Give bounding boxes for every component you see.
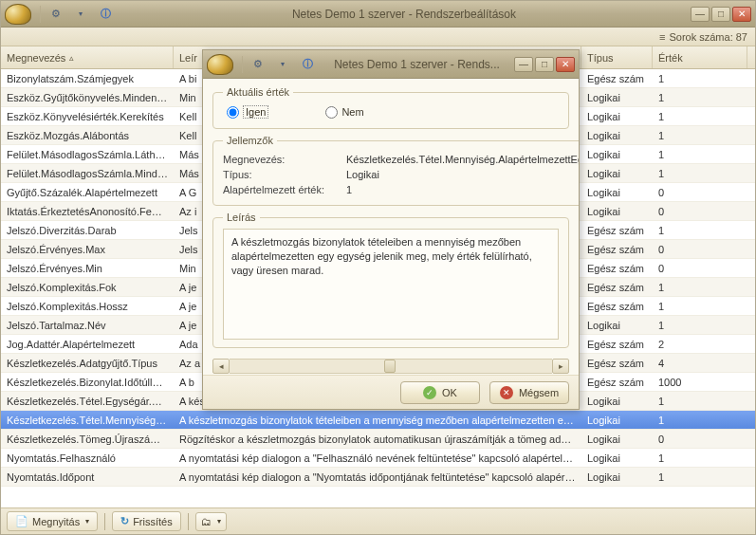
- table-row[interactable]: Készletkezelés.Tétel.Mennyiség.…A készle…: [1, 411, 755, 430]
- ok-button[interactable]: ✓ OK: [400, 381, 480, 404]
- cell-value: 1: [653, 413, 747, 428]
- radio-no-input[interactable]: [325, 106, 338, 119]
- dialog-titlebar: ▾ Netes Demo 1 szerver - Rends... — □ ✕: [203, 50, 579, 79]
- close-button[interactable]: ✕: [732, 7, 751, 22]
- dialog-button-bar: ✓ OK ✕ Mégsem: [203, 375, 579, 409]
- cell-type: Egész szám: [581, 71, 653, 86]
- info-icon[interactable]: [97, 6, 114, 23]
- scroll-track[interactable]: [230, 359, 552, 374]
- cell-type: Logikai: [581, 470, 653, 485]
- cell-value: 4: [653, 356, 747, 371]
- cell-type: Logikai: [581, 128, 653, 143]
- info-icon[interactable]: [299, 56, 316, 73]
- cell-value: 1: [653, 394, 747, 409]
- cell-type: Egész szám: [581, 280, 653, 295]
- refresh-button[interactable]: Frissítés: [112, 511, 181, 531]
- cell-name: Jelszó.Diverzitás.Darab: [1, 223, 174, 238]
- cell-type: Egész szám: [581, 261, 653, 276]
- prop-type-value: Logikai: [346, 169, 579, 180]
- app-logo-icon: [5, 4, 31, 25]
- cell-name: Felület.MásodlagosSzámla.Mindké…: [1, 166, 174, 181]
- document-icon: [15, 515, 28, 527]
- cell-type: Egész szám: [581, 356, 653, 371]
- cell-type: Logikai: [581, 204, 653, 219]
- close-button[interactable]: ✕: [556, 57, 575, 72]
- cell-name: Készletkezelés.Bizonylat.Időtúllépés: [1, 375, 174, 390]
- description-legend: Leírás: [223, 212, 260, 223]
- col-header-value[interactable]: Érték: [653, 46, 747, 68]
- tools-button[interactable]: ▾: [195, 512, 227, 531]
- cell-desc: A nyomtatási kép dialogon a "Felhasználó…: [174, 451, 581, 466]
- prop-name-label: Megnevezés:: [223, 154, 346, 165]
- gear-icon[interactable]: [249, 56, 267, 73]
- row-count-label: Sorok száma: 87: [669, 31, 747, 43]
- scroll-right-button[interactable]: ▸: [552, 359, 569, 374]
- prop-default-label: Alapértelmezett érték:: [223, 184, 346, 195]
- table-row[interactable]: Nyomtatás.IdőpontA nyomtatási kép dialog…: [1, 468, 755, 487]
- cell-name: Készletkezelés.Tömeg.Újraszámítás: [1, 432, 174, 447]
- properties-fieldset: Jellemzők Megnevezés: Készletkezelés.Tét…: [212, 135, 579, 206]
- cell-value: 1: [653, 71, 747, 86]
- cell-value: 1000: [653, 375, 747, 390]
- cell-value: 2: [653, 337, 747, 352]
- cell-type: Egész szám: [581, 337, 653, 352]
- cell-name: Készletkezelés.Tétel.Mennyiség.…: [1, 413, 174, 428]
- minimize-button[interactable]: —: [514, 57, 533, 72]
- cell-type: Logikai: [581, 185, 653, 200]
- col-header-type[interactable]: Típus: [581, 46, 653, 68]
- cell-name: Jog.Adattér.Alapértelmezett: [1, 337, 174, 352]
- chevron-down-icon: ▾: [85, 517, 89, 526]
- chevron-down-icon: ▾: [217, 517, 221, 526]
- radio-no[interactable]: Nem: [325, 105, 363, 119]
- cell-value: 1: [653, 280, 747, 295]
- dialog-content: Aktuális érték Igen Nem Jellemzők Megnev…: [203, 79, 579, 375]
- radio-yes-input[interactable]: [227, 106, 239, 119]
- radio-yes[interactable]: Igen: [227, 105, 268, 119]
- window-controls: — □ ✕: [514, 57, 575, 72]
- cell-name: Készletkezelés.Tétel.Egységár.Fel…: [1, 394, 174, 409]
- current-value-legend: Aktuális érték: [223, 86, 293, 98]
- cancel-button[interactable]: ✕ Mégsem: [489, 381, 569, 404]
- cell-value: 0: [653, 242, 747, 257]
- scroll-thumb[interactable]: [384, 360, 396, 373]
- cell-name: Iktatás.ÉrkeztetésAnonosító.Fe…: [1, 204, 174, 219]
- cell-name: Gyűjtő.Százalék.Alapértelmezett: [1, 185, 174, 200]
- cell-value: 1: [653, 109, 747, 124]
- cell-value: 0: [653, 185, 747, 200]
- cell-type: Logikai: [581, 109, 653, 124]
- dropdown-icon[interactable]: ▾: [274, 56, 291, 73]
- cell-value: 1: [653, 318, 747, 333]
- sort-asc-icon: ▵: [69, 53, 74, 63]
- cell-value: 1: [653, 147, 747, 162]
- description-text: A készletmozgás bizonylatok tételeiben a…: [223, 229, 559, 340]
- cell-type: Egész szám: [581, 242, 653, 257]
- cell-name: Jelszó.Komplexitás.Fok: [1, 280, 174, 295]
- table-row[interactable]: Készletkezelés.Tömeg.ÚjraszámításRögzíté…: [1, 430, 755, 449]
- table-row[interactable]: Nyomtatás.FelhasználóA nyomtatási kép di…: [1, 449, 755, 468]
- detail-dialog: ▾ Netes Demo 1 szerver - Rends... — □ ✕ …: [202, 49, 580, 410]
- prop-name-value: Készletkezelés.Tétel.Mennyiség.Alapértel…: [346, 154, 579, 165]
- refresh-icon: [120, 515, 129, 527]
- cancel-icon: ✕: [500, 386, 513, 399]
- maximize-button[interactable]: □: [711, 7, 730, 22]
- description-fieldset: Leírás A készletmozgás bizonylatok tétel…: [212, 212, 569, 348]
- minimize-button[interactable]: —: [691, 7, 710, 22]
- horizontal-scrollbar[interactable]: ◂ ▸: [212, 358, 569, 375]
- cell-name: Jelszó.Komplexitás.Hossz: [1, 299, 174, 314]
- cell-name: Felület.MásodlagosSzámla.Látható: [1, 147, 174, 162]
- scroll-left-button[interactable]: ◂: [212, 359, 230, 374]
- cell-name: Nyomtatás.Időpont: [1, 470, 174, 485]
- maximize-button[interactable]: □: [535, 57, 554, 72]
- cell-type: Logikai: [581, 394, 653, 409]
- cell-type: Logikai: [581, 90, 653, 105]
- ok-icon: ✓: [423, 386, 436, 399]
- dropdown-icon[interactable]: ▾: [72, 6, 89, 23]
- cell-type: Logikai: [581, 318, 653, 333]
- cell-name: Eszköz.Könyvelésiérték.Kerekítés: [1, 109, 174, 124]
- cell-name: Jelszó.Tartalmaz.Név: [1, 318, 174, 333]
- open-button[interactable]: Megnyitás ▾: [7, 511, 98, 531]
- cell-type: Logikai: [581, 432, 653, 447]
- gear-icon[interactable]: [47, 6, 65, 23]
- col-header-name[interactable]: Megnevezés▵: [1, 46, 174, 68]
- cell-value: 1: [653, 299, 747, 314]
